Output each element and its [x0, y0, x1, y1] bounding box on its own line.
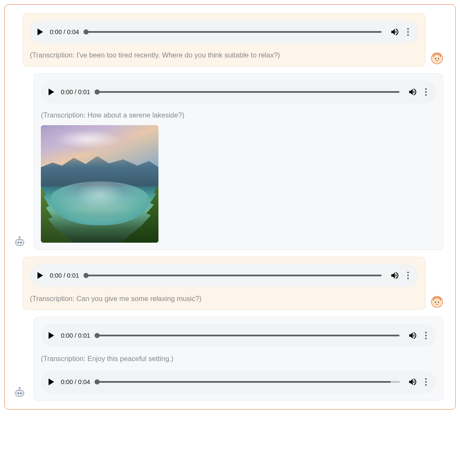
- audio-current-time: 0:00: [61, 89, 73, 95]
- volume-icon[interactable]: [390, 27, 400, 37]
- svg-point-11: [435, 301, 436, 303]
- audio-player[interactable]: 0:00 / 0:01: [41, 324, 436, 347]
- chat-container: 0:00 / 0:04 (Transcription: I've been to…: [4, 4, 456, 410]
- audio-duration: 0:04: [78, 379, 90, 385]
- message-bubble-user: 0:00 / 0:01 (Transcription: Can you give…: [23, 257, 426, 310]
- message-row: 0:00 / 0:01 (Transcription: Can you give…: [17, 257, 443, 310]
- attached-image[interactable]: [41, 125, 158, 243]
- user-avatar: [431, 295, 443, 308]
- transcription-text: (Transcription: Can you give me some rel…: [30, 295, 418, 303]
- audio-duration: 0:01: [67, 272, 79, 279]
- svg-point-14: [17, 393, 19, 394]
- svg-rect-18: [15, 392, 16, 394]
- kebab-menu-icon[interactable]: [423, 86, 428, 97]
- audio-timecode: 0:00 / 0:04: [50, 29, 79, 35]
- audio-duration: 0:01: [78, 332, 90, 339]
- audio-player[interactable]: 0:00 / 0:04: [41, 370, 436, 393]
- transcription-text: (Transcription: How about a serene lakes…: [41, 111, 436, 119]
- message-bubble-bot: 0:00 / 0:01 (Transcription: How about a …: [34, 73, 443, 250]
- svg-rect-13: [16, 390, 23, 396]
- audio-duration: 0:01: [78, 89, 90, 95]
- audio-timecode: 0:00 / 0:01: [61, 332, 90, 339]
- play-icon[interactable]: [49, 89, 54, 95]
- svg-point-17: [19, 387, 20, 389]
- kebab-menu-icon[interactable]: [405, 26, 411, 37]
- svg-point-5: [20, 242, 22, 244]
- audio-seek-thumb[interactable]: [95, 333, 100, 338]
- kebab-menu-icon[interactable]: [423, 330, 428, 341]
- volume-icon[interactable]: [408, 331, 417, 340]
- svg-point-2: [438, 58, 439, 59]
- svg-rect-9: [23, 241, 25, 244]
- message-row: 0:00 / 0:04 (Transcription: I've been to…: [17, 13, 443, 66]
- svg-point-1: [435, 58, 436, 59]
- svg-point-12: [438, 301, 439, 303]
- audio-player[interactable]: 0:00 / 0:04: [30, 20, 418, 43]
- audio-timecode: 0:00 / 0:04: [61, 379, 90, 385]
- audio-seek-thumb[interactable]: [83, 29, 89, 34]
- audio-seek-track[interactable]: [97, 381, 400, 383]
- kebab-menu-icon[interactable]: [405, 270, 411, 281]
- svg-rect-8: [15, 241, 16, 244]
- play-icon[interactable]: [37, 272, 43, 279]
- audio-current-time: 0:00: [61, 332, 73, 339]
- audio-timecode: 0:00 / 0:01: [61, 89, 90, 95]
- audio-current-time: 0:00: [50, 272, 62, 279]
- audio-current-time: 0:00: [50, 29, 62, 35]
- audio-seek-thumb[interactable]: [83, 273, 89, 278]
- audio-seek-track[interactable]: [97, 91, 400, 93]
- message-bubble-bot: 0:00 / 0:01 (Transcription: Enjoy this p…: [34, 317, 443, 401]
- volume-icon[interactable]: [408, 87, 417, 97]
- audio-player[interactable]: 0:00 / 0:01: [30, 264, 418, 287]
- audio-seek-track[interactable]: [86, 31, 382, 33]
- svg-rect-3: [16, 240, 23, 246]
- audio-seek-track[interactable]: [86, 275, 382, 276]
- play-icon[interactable]: [49, 379, 54, 385]
- transcription-text: (Transcription: Enjoy this peaceful sett…: [41, 355, 436, 363]
- audio-seek-thumb[interactable]: [95, 89, 100, 95]
- kebab-menu-icon[interactable]: [423, 376, 428, 387]
- bot-avatar: [13, 235, 26, 248]
- svg-point-4: [17, 242, 19, 244]
- audio-duration: 0:04: [67, 29, 79, 35]
- audio-player[interactable]: 0:00 / 0:01: [41, 80, 436, 103]
- audio-seek-track[interactable]: [97, 335, 400, 336]
- svg-point-15: [20, 393, 22, 394]
- svg-point-7: [19, 237, 20, 238]
- audio-seek-thumb[interactable]: [95, 379, 100, 384]
- message-bubble-user: 0:00 / 0:04 (Transcription: I've been to…: [23, 13, 426, 66]
- message-row: 0:00 / 0:01 (Transcription: Enjoy this p…: [17, 317, 443, 401]
- bot-avatar: [13, 386, 26, 399]
- volume-icon[interactable]: [390, 271, 400, 280]
- svg-rect-19: [23, 392, 25, 394]
- play-icon[interactable]: [49, 332, 54, 339]
- audio-timecode: 0:00 / 0:01: [50, 272, 79, 279]
- play-icon[interactable]: [37, 29, 43, 35]
- audio-current-time: 0:00: [61, 379, 73, 385]
- transcription-text: (Transcription: I've been too tired rece…: [30, 51, 418, 59]
- message-row: 0:00 / 0:01 (Transcription: How about a …: [17, 73, 443, 250]
- user-avatar: [431, 52, 443, 65]
- volume-icon[interactable]: [408, 377, 417, 387]
